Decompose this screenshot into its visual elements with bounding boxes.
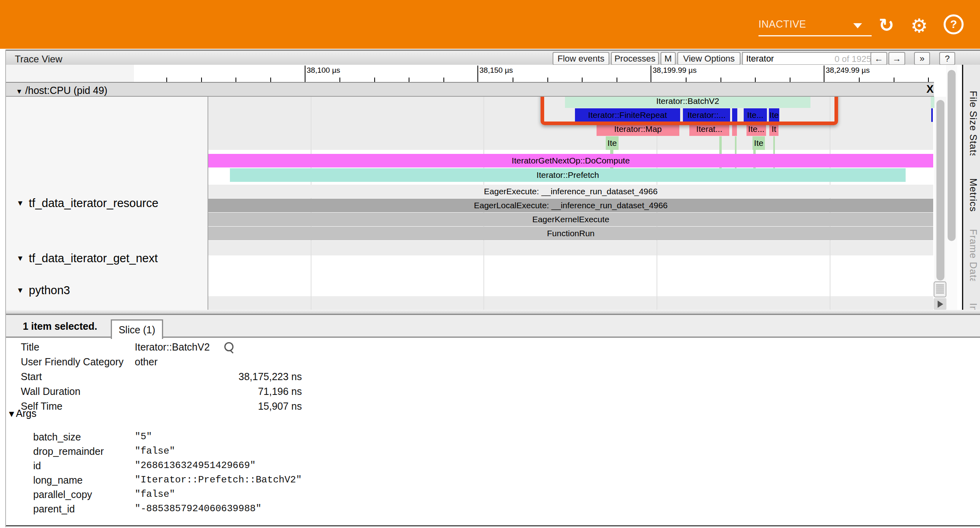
arg-row-parent-id: parent_id"-8853857924060639988" — [6, 502, 486, 516]
detail-value: Iterator::BatchV2 — [135, 341, 210, 353]
trace-slice-ite[interactable]: Ite... — [744, 108, 767, 122]
detail-row-title: TitleIterator::BatchV2 — [6, 340, 486, 355]
trace-slice-iterator-prefetch[interactable]: Iterator::Prefetch — [230, 168, 906, 182]
ruler-minor-tick — [443, 78, 444, 82]
run-status-label: INACTIVE — [758, 18, 806, 30]
args-toggle[interactable]: ▼Args — [7, 408, 36, 419]
sidebar-tab-metrics[interactable]: Metrics — [965, 178, 979, 212]
arg-value: "-8853857924060639988" — [135, 503, 261, 514]
sidebar-tab-frame-data: Frame Data — [965, 229, 979, 281]
resize-grip-handle[interactable] — [934, 281, 946, 297]
track-label-text: python3 — [29, 284, 70, 297]
toolbar-button-view-options[interactable]: View Options — [677, 52, 740, 65]
ruler-tick-label: 38,249.99 µs — [826, 66, 870, 75]
help-button[interactable]: ? — [939, 52, 955, 65]
gear-icon[interactable]: ⚙ — [909, 14, 929, 37]
detail-label: User Friendly Category — [21, 356, 124, 368]
ruler-tick-label: 38,199.99 µs — [653, 66, 697, 75]
ruler-minor-tick — [721, 78, 721, 82]
arg-label: batch_size — [33, 431, 81, 443]
trace-slice-iterator-map[interactable]: Iterator::Map — [597, 122, 679, 136]
toolbar-button-processes[interactable]: Processes — [611, 52, 659, 65]
ruler-minor-tick — [513, 78, 513, 82]
ruler-tick-label: 38,150 µs — [479, 66, 513, 75]
close-icon[interactable]: X — [923, 83, 937, 96]
arg-label: long_name — [33, 474, 83, 486]
trace-slice[interactable] — [732, 122, 737, 136]
collapse-arrow-icon: ▾ — [18, 285, 22, 295]
pane-splitter[interactable] — [6, 310, 980, 315]
detail-value: 71,196 ns — [135, 386, 302, 397]
trace-slice-iteratorgetnextop-docompute[interactable]: IteratorGetNextOp::DoCompute — [208, 154, 933, 167]
trace-slice-ite[interactable]: Ite — [606, 136, 619, 150]
sidebar-tab-file-size-stats[interactable]: File Size Stats — [965, 91, 979, 155]
trace-slice-eagerexecute-inference-run-dataset-4966[interactable]: EagerExecute: __inference_run_dataset_49… — [208, 185, 933, 198]
trace-slice-iterator-finiterepeat[interactable]: Iterator::FiniteRepeat — [575, 108, 680, 122]
trace-slice-functionrun[interactable]: FunctionRun — [208, 227, 933, 240]
trace-slice-it[interactable]: It — [769, 122, 778, 136]
app-bar: INACTIVE ↻ ⚙ ? — [0, 0, 980, 49]
trace-slice-eagerkernelexecute[interactable]: EagerKernelExecute — [208, 213, 933, 226]
magnifier-icon[interactable] — [224, 342, 234, 351]
ruler-minor-tick — [894, 78, 894, 82]
ruler-minor-tick — [201, 78, 202, 82]
ruler-major-tick — [651, 66, 651, 82]
trace-slice-iterator[interactable]: Iterator::... — [683, 108, 730, 122]
toolbar-button-flow-events[interactable]: Flow events — [553, 52, 609, 65]
run-status-dropdown[interactable]: INACTIVE — [758, 16, 872, 35]
triangle-icon — [938, 301, 943, 308]
toolbar-button-m[interactable]: M — [661, 52, 676, 65]
arg-value: "false" — [135, 446, 175, 456]
trace-slice-eagerlocalexecute-inference-run-dataset-4966[interactable]: EagerLocalExecute: __inference_run_datas… — [208, 199, 933, 212]
sidebar-tab-in: In — [965, 303, 979, 310]
tracks-area: ▾tf_data_iterator_resource▾tf_data_itera… — [6, 97, 962, 310]
arg-row-parallel-copy: parallel_copy"false" — [6, 487, 486, 502]
skip-button[interactable]: » — [914, 52, 930, 65]
collapse-arrow-icon: ▾ — [18, 198, 22, 208]
trace-slice-ite[interactable]: Ite... — [746, 122, 766, 136]
ruler-major-tick — [305, 66, 305, 82]
ruler-minor-tick — [166, 78, 167, 82]
track-label-text: tf_data_iterator_get_next — [29, 252, 158, 265]
detail-value: 38,175,223 ns — [135, 371, 302, 383]
viewer-scrollbar-thumb[interactable] — [948, 70, 956, 241]
tab-slice[interactable]: Slice (1) — [111, 319, 163, 339]
track-label-tf-data-iterator-get-next[interactable]: ▾tf_data_iterator_get_next — [18, 252, 158, 265]
track-label-python3[interactable]: ▾python3 — [18, 284, 70, 297]
scroll-corner-button[interactable] — [934, 298, 946, 310]
arg-row-batch-size: batch_size"5" — [6, 430, 486, 444]
help-icon[interactable]: ? — [944, 14, 964, 34]
trace-slice[interactable] — [931, 97, 934, 108]
next-result-button[interactable]: → — [888, 52, 905, 65]
trace-slice-ite[interactable]: Ite — [752, 136, 765, 150]
search-box: 0 of 1925 — [742, 52, 875, 65]
ruler-minor-tick — [582, 78, 583, 82]
detail-label: Start — [21, 371, 42, 383]
detail-value: other — [135, 356, 158, 368]
prev-result-button[interactable]: ← — [870, 52, 887, 65]
trace-viewer-screen: INACTIVE ↻ ⚙ ? Trace View Flow eventsPro… — [0, 0, 980, 528]
track-label-tf-data-iterator-resource[interactable]: ▾tf_data_iterator_resource — [18, 197, 158, 210]
arg-value: "false" — [135, 489, 175, 500]
arg-row-id: id"2686136324951429669" — [6, 458, 486, 473]
args-header-label: Args — [16, 408, 36, 419]
ruler-minor-tick — [339, 78, 340, 82]
detail-row-self-time: Self Time15,907 ns — [6, 399, 486, 414]
chevron-down-icon — [853, 23, 862, 28]
trace-slice[interactable] — [732, 108, 737, 122]
time-ruler: 38,100 µs38,150 µs38,199.99 µs38,249.99 … — [6, 65, 962, 82]
dropdown-underline — [758, 35, 872, 36]
trace-slice-ite[interactable]: Ite — [769, 108, 779, 122]
trace-slice[interactable] — [931, 108, 933, 122]
trace-slice-iterator-batchv2[interactable]: Iterator::BatchV2 — [565, 97, 810, 108]
refresh-icon[interactable]: ↻ — [876, 14, 896, 36]
ruler-minor-tick — [928, 78, 929, 82]
ruler-tick-label: 38,100 µs — [307, 66, 340, 75]
ruler-minor-tick — [374, 78, 375, 82]
ruler-major-tick — [824, 66, 824, 82]
timeline-scrollbar-thumb[interactable] — [936, 100, 944, 281]
trace-slice-iterat[interactable]: Iterat... — [689, 122, 729, 136]
process-header[interactable]: ▾/host:CPU (pid 49) X — [6, 82, 934, 97]
search-input[interactable] — [745, 53, 827, 64]
ruler-minor-tick — [790, 78, 790, 82]
